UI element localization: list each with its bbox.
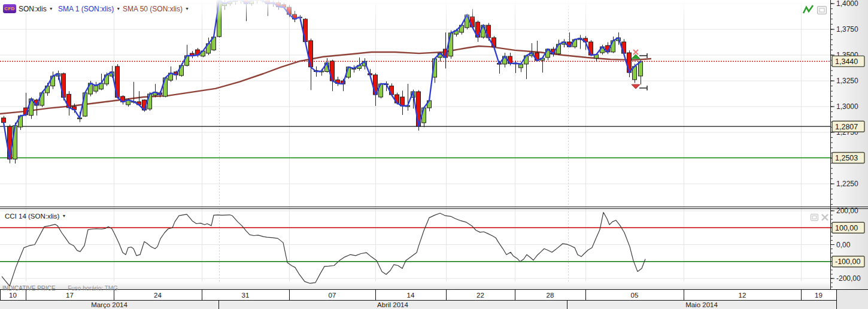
sma50-label: SMA 50 (SON:xlis) bbox=[123, 5, 183, 13]
price-tick-label: 1,4000 bbox=[836, 0, 858, 8]
month-label[interactable]: Maio 2014 bbox=[685, 301, 718, 308]
month-label[interactable]: Março 2014 bbox=[91, 301, 128, 308]
cci-panel-toolbar bbox=[809, 212, 831, 223]
trading-chart-window: 1,40001,37501,35001,32501,30001,27501,25… bbox=[0, 0, 868, 309]
date-label[interactable]: 19 bbox=[815, 292, 823, 299]
main-panel-toolbar bbox=[801, 3, 830, 16]
date-label[interactable]: 28 bbox=[547, 292, 554, 299]
price-tick-label: 1,3000 bbox=[836, 102, 858, 111]
instrument-selector[interactable]: SON:xlis▼ bbox=[19, 5, 53, 13]
candle-body bbox=[639, 62, 643, 76]
candle-body bbox=[304, 19, 308, 42]
date-row-bg bbox=[0, 290, 836, 300]
date-label[interactable]: 14 bbox=[407, 292, 415, 299]
date-label[interactable]: 07 bbox=[329, 292, 336, 299]
timezone-label: Fuso horário: TMG bbox=[68, 285, 118, 292]
indicative-price-label: INDICATIVE PRICE bbox=[2, 285, 56, 292]
price-level-box: 1,2503 bbox=[832, 152, 864, 163]
chart-style-icon[interactable] bbox=[803, 5, 813, 13]
price-box-text: 1,2503 bbox=[835, 154, 858, 162]
price-tick-label: 1,3750 bbox=[836, 25, 858, 34]
chevron-down-icon[interactable]: ▼ bbox=[185, 7, 189, 11]
chart-background bbox=[0, 0, 868, 309]
axis-corner bbox=[836, 290, 868, 309]
candle-body bbox=[83, 93, 87, 116]
price-box-text: 1,2807 bbox=[835, 123, 858, 131]
restore-window-icon[interactable] bbox=[818, 7, 827, 14]
restore-window-icon[interactable] bbox=[811, 214, 818, 221]
instrument-label: SON:xlis bbox=[19, 5, 47, 13]
time-axis[interactable]: 1017243107142228051219Março 2014Abril 20… bbox=[0, 290, 868, 309]
chevron-down-icon[interactable]: ▼ bbox=[116, 7, 120, 11]
sma50-legend[interactable]: SMA 50 (SON:xlis)▼ bbox=[123, 5, 189, 13]
date-label[interactable]: 22 bbox=[477, 292, 484, 299]
price-level-box: 1,2807 bbox=[832, 121, 864, 132]
chart-canvas[interactable]: 1,40001,37501,35001,32501,30001,27501,25… bbox=[0, 0, 868, 309]
candle-body bbox=[2, 118, 6, 123]
cci-label: CCI 14 (SON:xlis) bbox=[5, 213, 59, 220]
cfd-badge: CFD bbox=[3, 4, 16, 13]
date-label[interactable]: 12 bbox=[739, 292, 746, 299]
close-icon[interactable] bbox=[822, 214, 828, 220]
price-box-text: -100,00 bbox=[835, 258, 860, 266]
date-label[interactable]: 24 bbox=[154, 292, 162, 299]
price-box-text: 1,3440 bbox=[835, 57, 858, 66]
sma1-legend[interactable]: SMA 1 (SON:xlis)▼ bbox=[58, 5, 120, 13]
chevron-down-icon[interactable]: ▼ bbox=[62, 214, 66, 218]
date-label[interactable]: 05 bbox=[631, 292, 639, 299]
price-tick-label: 1,3250 bbox=[836, 77, 858, 85]
chevron-down-icon[interactable]: ▼ bbox=[49, 7, 53, 11]
cci-indicator-selector[interactable]: CCI 14 (SON:xlis)▼ bbox=[5, 213, 66, 220]
candle-body bbox=[94, 86, 98, 91]
price-level-box: 1,3440 bbox=[832, 56, 864, 66]
footer-band bbox=[0, 281, 830, 289]
sma1-label: SMA 1 (SON:xlis) bbox=[58, 5, 114, 13]
cci-level-box: 100,00 bbox=[832, 222, 864, 233]
cci-tick-label: -200,00 bbox=[836, 274, 861, 283]
cci-level-box: -100,00 bbox=[832, 256, 864, 267]
price-box-text: 100,00 bbox=[835, 224, 858, 232]
month-label[interactable]: Abril 2014 bbox=[377, 301, 408, 308]
panel-footer: INDICATIVE PRICE Fuso horário: TMG bbox=[2, 282, 118, 293]
price-tick-label: 1,2250 bbox=[836, 180, 858, 188]
cci-tick-label: 200,00 bbox=[836, 207, 858, 215]
cci-tick-label: 0,00 bbox=[836, 241, 851, 249]
date-label[interactable]: 31 bbox=[242, 292, 250, 299]
